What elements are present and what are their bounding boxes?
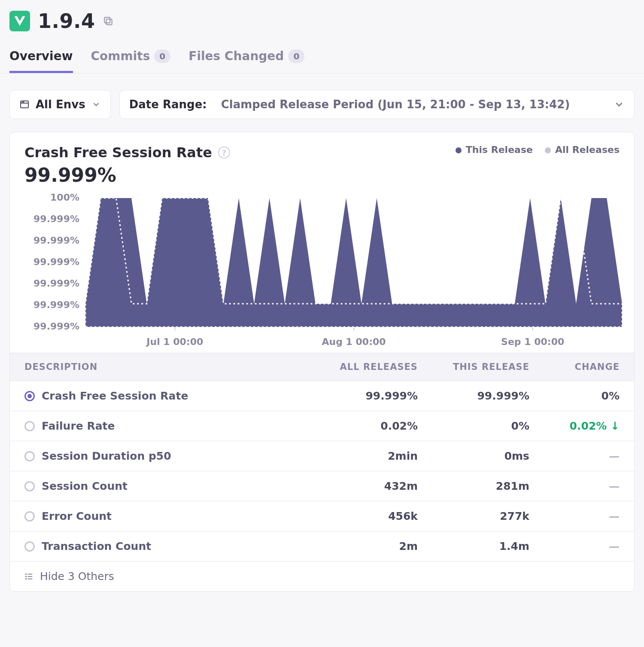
th-description: DESCRIPTION (24, 362, 306, 372)
range-label: Date Range: (129, 98, 207, 111)
vue-icon (13, 15, 26, 27)
tab-label: Commits (91, 49, 150, 63)
metric-radio[interactable] (24, 511, 35, 522)
svg-rect-1 (105, 17, 110, 23)
table-row[interactable]: Transaction Count2m1.4m— (10, 531, 634, 562)
metric-all: 2m (306, 540, 418, 552)
metric-radio[interactable] (24, 421, 35, 431)
metric-this: 281m (418, 480, 529, 492)
crash-free-panel: Crash Free Session Rate ? This ReleaseAl… (9, 132, 635, 592)
th-this-release: THIS RELEASE (418, 362, 529, 372)
page-header: 1.9.4 (0, 0, 644, 33)
metric-label: Transaction Count (42, 540, 151, 552)
tab-label: Overview (9, 49, 73, 63)
metric-change: — (529, 480, 620, 492)
window-icon (19, 99, 30, 110)
hide-others-label: Hide 3 Others (40, 570, 114, 583)
metric-all: 456k (306, 510, 418, 522)
metric-label: Crash Free Session Rate (42, 390, 188, 402)
th-change: CHANGE (529, 362, 620, 372)
copy-icon[interactable] (103, 15, 114, 27)
panel-big-value: 99.999% (10, 161, 634, 186)
svg-text:99.999%: 99.999% (33, 214, 79, 224)
date-range-selector[interactable]: Date Range: Clamped Release Period (Jun … (119, 90, 635, 119)
release-version: 1.9.4 (38, 9, 95, 33)
metrics-table: DESCRIPTION ALL RELEASES THIS RELEASE CH… (10, 353, 634, 591)
metric-all: 99.999% (306, 390, 418, 402)
metric-change: — (529, 450, 620, 462)
table-row[interactable]: Failure Rate0.02%0%0.02% ↓ (10, 411, 634, 441)
tab-label: Files Changed (188, 49, 284, 63)
metric-change: 0% (529, 390, 620, 402)
svg-text:Aug 1 00:00: Aug 1 00:00 (322, 336, 386, 347)
svg-point-20 (26, 578, 27, 579)
range-value: Clamped Release Period (Jun 15, 21:00 - … (221, 98, 570, 111)
svg-text:Sep 1 00:00: Sep 1 00:00 (501, 336, 564, 347)
legend-item: All Releases (545, 144, 620, 155)
app-logo (9, 11, 30, 31)
table-row[interactable]: Session Count432m281m— (10, 471, 634, 501)
metric-all: 432m (306, 480, 418, 492)
chart-legend: This ReleaseAll Releases (456, 144, 620, 155)
metric-change: 0.02% ↓ (529, 420, 620, 432)
metric-this: 0% (418, 420, 529, 432)
metric-change: — (529, 510, 620, 522)
metric-radio[interactable] (24, 481, 35, 491)
legend-dot (545, 147, 551, 153)
svg-text:99.999%: 99.999% (33, 235, 79, 246)
metric-radio[interactable] (24, 541, 35, 552)
svg-text:99.999%: 99.999% (33, 299, 79, 310)
panel-title-row: Crash Free Session Rate ? (24, 144, 230, 161)
legend-dot (456, 147, 462, 153)
svg-text:99.999%: 99.999% (33, 256, 79, 267)
metric-radio[interactable] (24, 391, 35, 401)
svg-rect-0 (106, 19, 112, 25)
chart-area: 100%99.999%99.999%99.999%99.999%99.999%9… (10, 186, 634, 353)
legend-item: This Release (456, 144, 533, 155)
svg-point-18 (26, 574, 27, 574)
tab-count-badge: 0 (154, 49, 170, 63)
svg-point-3 (22, 102, 22, 102)
table-row[interactable]: Error Count456k277k— (10, 501, 634, 531)
svg-point-4 (23, 102, 24, 102)
metric-all: 2min (306, 450, 418, 462)
env-label: All Envs (36, 98, 85, 111)
table-header: DESCRIPTION ALL RELEASES THIS RELEASE CH… (10, 353, 634, 381)
metric-radio[interactable] (24, 451, 35, 461)
metric-this: 1.4m (418, 540, 529, 552)
hide-others-toggle[interactable]: Hide 3 Others (10, 562, 634, 591)
filter-bar: All Envs Date Range: Clamped Release Per… (0, 73, 644, 119)
env-selector[interactable]: All Envs (9, 90, 111, 119)
svg-text:100%: 100% (50, 194, 79, 203)
metric-change: — (529, 540, 620, 552)
list-icon (24, 572, 34, 581)
svg-text:99.999%: 99.999% (33, 321, 79, 332)
metric-label: Session Count (42, 480, 128, 492)
help-icon[interactable]: ? (218, 146, 230, 159)
tabs-bar: OverviewCommits0Files Changed0 (0, 33, 644, 73)
metric-this: 99.999% (418, 390, 529, 402)
tab-overview[interactable]: Overview (9, 49, 73, 73)
tab-files-changed[interactable]: Files Changed0 (188, 49, 304, 73)
chevron-down-icon (614, 99, 625, 110)
metric-all: 0.02% (306, 420, 418, 432)
metric-this: 0ms (418, 450, 529, 462)
table-row[interactable]: Crash Free Session Rate99.999%99.999%0% (10, 381, 634, 411)
tab-commits[interactable]: Commits0 (91, 49, 171, 73)
metric-label: Session Duration p50 (42, 450, 171, 462)
svg-text:Jul 1 00:00: Jul 1 00:00 (146, 336, 203, 347)
metric-this: 277k (418, 510, 529, 522)
svg-text:99.999%: 99.999% (33, 278, 79, 289)
table-row[interactable]: Session Duration p502min0ms— (10, 441, 634, 471)
panel-title: Crash Free Session Rate (24, 144, 212, 161)
tab-count-badge: 0 (288, 49, 304, 63)
chevron-down-icon (91, 100, 101, 109)
th-all-releases: ALL RELEASES (306, 362, 418, 372)
metric-label: Failure Rate (42, 420, 115, 432)
metric-label: Error Count (42, 510, 112, 522)
svg-point-19 (26, 576, 27, 577)
